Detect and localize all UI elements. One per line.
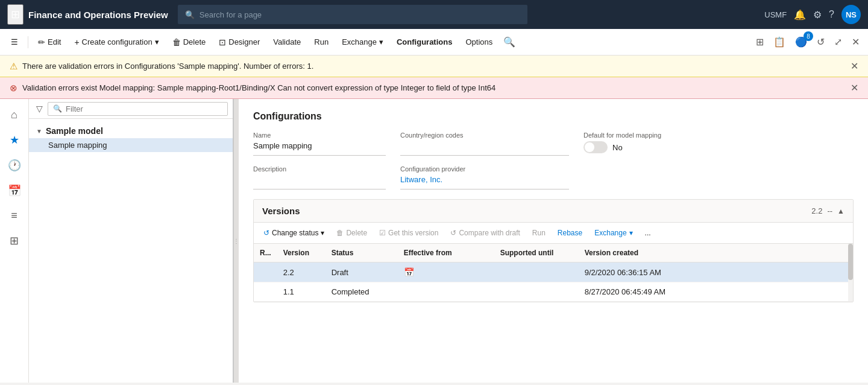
cell-effective: 📅 <box>398 262 494 282</box>
ver-delete-button[interactable]: 🗑 Delete <box>332 226 372 240</box>
versions-table: R... Version Status Effective from Suppo… <box>254 244 848 302</box>
versions-toolbar: ↺ Change status ▾ 🗑 Delete ☑ Get this ve… <box>254 223 853 244</box>
view-icon[interactable]: 📋 <box>770 34 789 50</box>
content-panel: Configurations Name Sample mapping Count… <box>239 99 868 383</box>
user-text: USMF <box>764 10 787 19</box>
list-icon[interactable]: ≡ <box>6 205 22 227</box>
compare-draft-button[interactable]: ↺ Compare with draft <box>445 226 524 240</box>
more-button[interactable]: ... <box>640 226 656 240</box>
filter-input[interactable] <box>66 104 222 113</box>
tree-child-label: Sample mapping <box>48 141 107 150</box>
tree-parent-item[interactable]: ▼ Sample model <box>29 124 233 138</box>
scrollbar[interactable] <box>848 244 853 302</box>
col-status: Status <box>326 244 398 262</box>
version-number: 2.2 <box>811 206 822 215</box>
default-mapping-label: Default for model mapping <box>583 132 854 139</box>
versions-collapse-icon[interactable]: ▲ <box>837 207 844 215</box>
create-config-button[interactable]: + Create configuration ▾ <box>68 35 165 49</box>
table-row[interactable]: 1.1 Completed 8/27/2020 06:45:49 AM <box>254 282 848 302</box>
tree-toolbar: ▽ 🔍 <box>29 99 233 119</box>
scroll-thumb <box>848 244 853 280</box>
help-icon[interactable]: ? <box>829 9 834 20</box>
filter-icon[interactable]: ▽ <box>34 101 45 116</box>
change-status-icon: ↺ <box>263 229 269 237</box>
empty-cell <box>583 165 854 189</box>
col-version-created: Version created <box>579 244 848 262</box>
ver-run-button[interactable]: Run <box>527 226 550 240</box>
menu-icon: ☰ <box>11 37 18 46</box>
nav-right: USMF 🔔 ⚙ ? NS <box>764 5 861 24</box>
configurations-button[interactable]: Configurations <box>391 35 458 49</box>
error-close-button[interactable]: ✕ <box>851 82 858 94</box>
app-title: Finance and Operations Preview <box>28 10 168 20</box>
delete-button[interactable]: 🗑 Delete <box>166 35 212 49</box>
cell-status: Completed <box>326 282 398 302</box>
table-row[interactable]: 2.2 Draft 📅 9/2/2020 06:36:15 AM <box>254 262 848 282</box>
designer-icon: ⊡ <box>219 37 226 47</box>
avatar[interactable]: NS <box>841 5 861 24</box>
menu-button[interactable]: ☰ <box>5 35 24 49</box>
star-icon[interactable]: ★ <box>5 129 24 151</box>
country-label: Country/region codes <box>400 132 569 139</box>
description-field: Description <box>253 165 386 189</box>
config-provider-label: Configuration provider <box>400 165 569 173</box>
change-status-button[interactable]: ↺ Change status ▾ <box>259 226 329 240</box>
warning-close-button[interactable]: ✕ <box>851 60 858 72</box>
change-status-chevron: ▾ <box>321 229 324 237</box>
get-version-button[interactable]: ☑ Get this version <box>374 226 443 240</box>
validate-button[interactable]: Validate <box>267 35 307 49</box>
clock-icon[interactable]: 🕐 <box>3 154 26 177</box>
versions-section: Versions 2.2 -- ▲ ↺ Change status ▾ 🗑 De… <box>253 199 854 302</box>
close-icon[interactable]: ✕ <box>848 34 863 50</box>
config-provider-value[interactable]: Litware, Inc. <box>400 175 569 189</box>
expand-icon[interactable]: ⤢ <box>831 34 846 50</box>
calendar-icon[interactable]: 📅 <box>3 179 26 202</box>
versions-table-wrapper: R... Version Status Effective from Suppo… <box>254 244 853 302</box>
grid2-icon[interactable]: ⊞ <box>5 229 24 252</box>
description-value <box>253 175 386 189</box>
versions-title: Versions <box>262 206 300 216</box>
get-version-icon: ☑ <box>379 229 386 237</box>
form-grid: Name Sample mapping Country/region codes… <box>253 132 854 189</box>
badge-icon[interactable]: 🔵 8 <box>791 34 811 50</box>
edit-button[interactable]: ✏ Edit <box>32 35 67 49</box>
name-value: Sample mapping <box>253 141 386 156</box>
cell-supported <box>494 262 579 282</box>
home-icon[interactable]: ⌂ <box>6 104 22 126</box>
col-supported: Supported until <box>494 244 579 262</box>
search-icon: 🔍 <box>185 10 195 19</box>
exchange-button[interactable]: Exchange ▾ <box>336 35 389 49</box>
warning-alert: ⚠ There are validation errors in Configu… <box>0 56 868 77</box>
run-button[interactable]: Run <box>308 35 335 49</box>
col-version: Version <box>277 244 326 262</box>
drag-handle[interactable]: ⋮ <box>234 99 239 383</box>
edit-icon: ✏ <box>38 37 45 47</box>
sidebar-icons: ⌂ ★ 🕐 📅 ≡ ⊞ <box>0 99 29 383</box>
bell-icon[interactable]: 🔔 <box>794 9 806 21</box>
toggle-value: No <box>612 143 623 152</box>
collapse-icon: ▼ <box>36 128 42 135</box>
search-input[interactable] <box>200 10 520 19</box>
tree-child-item[interactable]: Sample mapping <box>29 138 233 152</box>
rebase-button[interactable]: Rebase <box>553 226 587 240</box>
main-layout: ⌂ ★ 🕐 📅 ≡ ⊞ ▽ 🔍 ▼ Sample model Sample ma… <box>0 99 868 383</box>
default-mapping-toggle[interactable] <box>583 141 608 153</box>
error-text: Validation errors exist Model mapping: S… <box>22 83 495 92</box>
designer-button[interactable]: ⊡ Designer <box>213 35 266 49</box>
refresh-icon[interactable]: ↺ <box>813 34 828 50</box>
default-mapping-field: Default for model mapping No <box>583 132 854 156</box>
connect-icon[interactable]: ⊞ <box>752 34 767 50</box>
search-toolbar-icon[interactable]: 🔍 <box>500 36 519 48</box>
settings-icon[interactable]: ⚙ <box>813 9 822 21</box>
grid-icon[interactable]: ⊞ <box>7 4 24 25</box>
tree-panel: ▽ 🔍 ▼ Sample model Sample mapping <box>29 99 234 383</box>
options-button[interactable]: Options <box>459 35 498 49</box>
ver-exchange-button[interactable]: Exchange ▾ <box>590 226 637 240</box>
description-label: Description <box>253 165 386 173</box>
create-chevron-icon: ▾ <box>155 37 159 46</box>
search-bar[interactable]: 🔍 <box>178 5 527 24</box>
tree-parent-label: Sample model <box>46 126 103 136</box>
tree-filter[interactable]: 🔍 <box>48 102 228 116</box>
country-field: Country/region codes <box>400 132 569 156</box>
cell-r <box>254 262 277 282</box>
